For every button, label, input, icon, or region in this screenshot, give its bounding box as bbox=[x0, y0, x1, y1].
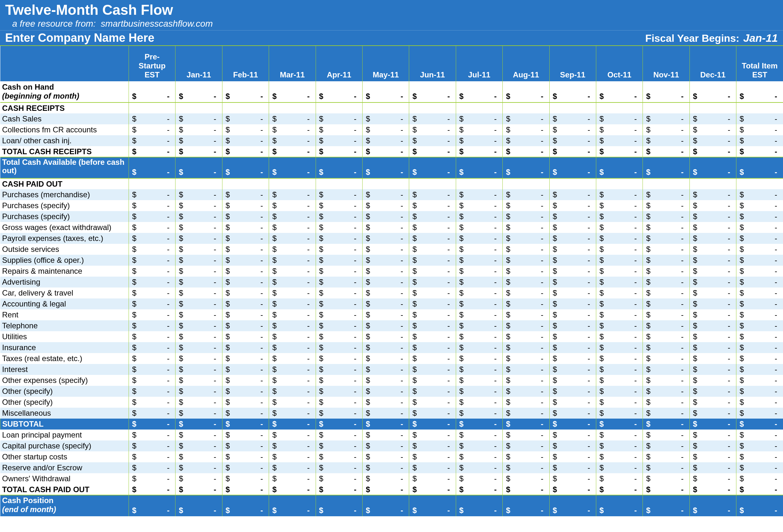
data-cell[interactable]: $- bbox=[456, 397, 502, 408]
data-cell[interactable]: $- bbox=[596, 419, 643, 430]
data-cell[interactable]: $- bbox=[503, 298, 549, 309]
data-cell[interactable]: $- bbox=[222, 353, 269, 364]
data-cell[interactable]: $- bbox=[643, 211, 689, 222]
data-cell[interactable]: $- bbox=[549, 211, 596, 222]
data-cell[interactable]: $- bbox=[409, 135, 456, 146]
data-cell[interactable]: $- bbox=[689, 276, 736, 288]
data-cell[interactable]: $- bbox=[269, 331, 316, 342]
data-cell[interactable]: $- bbox=[176, 364, 222, 375]
data-cell[interactable]: $- bbox=[737, 309, 783, 320]
data-cell[interactable]: $- bbox=[362, 222, 409, 233]
data-cell[interactable]: $- bbox=[409, 124, 456, 135]
data-cell[interactable]: $- bbox=[737, 135, 783, 146]
data-cell[interactable]: $- bbox=[222, 440, 269, 452]
data-cell[interactable]: $- bbox=[316, 462, 362, 473]
data-cell[interactable]: $- bbox=[689, 452, 736, 462]
data-cell[interactable]: $- bbox=[689, 309, 736, 320]
data-cell[interactable]: $- bbox=[689, 288, 736, 298]
data-cell[interactable]: $- bbox=[503, 233, 549, 244]
data-cell[interactable]: $- bbox=[456, 342, 502, 353]
data-cell[interactable]: $- bbox=[549, 375, 596, 386]
data-cell[interactable]: $- bbox=[689, 244, 736, 255]
data-cell[interactable]: $- bbox=[456, 419, 502, 430]
data-cell[interactable]: $- bbox=[269, 276, 316, 288]
data-cell[interactable]: $- bbox=[316, 320, 362, 331]
data-cell[interactable]: $- bbox=[129, 452, 176, 462]
data-cell[interactable]: $- bbox=[409, 462, 456, 473]
data-cell[interactable]: $- bbox=[456, 353, 502, 364]
data-cell[interactable]: $- bbox=[409, 266, 456, 276]
data-cell[interactable]: $- bbox=[176, 189, 222, 200]
data-cell[interactable]: $- bbox=[737, 462, 783, 473]
data-cell[interactable]: $- bbox=[456, 233, 502, 244]
data-cell[interactable]: $- bbox=[409, 288, 456, 298]
data-cell[interactable]: $- bbox=[269, 298, 316, 309]
data-cell[interactable]: $- bbox=[737, 276, 783, 288]
data-cell[interactable]: $- bbox=[129, 364, 176, 375]
data-cell[interactable]: $- bbox=[456, 462, 502, 473]
data-cell[interactable]: $- bbox=[176, 266, 222, 276]
data-cell[interactable]: $- bbox=[269, 200, 316, 211]
data-cell[interactable]: $- bbox=[316, 397, 362, 408]
data-cell[interactable]: $- bbox=[643, 452, 689, 462]
data-cell[interactable]: $- bbox=[129, 440, 176, 452]
data-cell[interactable]: $- bbox=[737, 233, 783, 244]
data-cell[interactable]: $- bbox=[549, 320, 596, 331]
data-cell[interactable]: $- bbox=[456, 298, 502, 309]
data-cell[interactable]: $- bbox=[176, 440, 222, 452]
data-cell[interactable]: $- bbox=[737, 288, 783, 298]
data-cell[interactable]: $- bbox=[269, 440, 316, 452]
data-cell[interactable]: $- bbox=[129, 200, 176, 211]
data-cell[interactable]: $- bbox=[362, 364, 409, 375]
data-cell[interactable]: $- bbox=[269, 135, 316, 146]
data-cell[interactable]: $- bbox=[409, 222, 456, 233]
data-cell[interactable]: $- bbox=[269, 309, 316, 320]
data-cell[interactable]: $- bbox=[222, 419, 269, 430]
data-cell[interactable]: $- bbox=[549, 189, 596, 200]
data-cell[interactable]: $- bbox=[643, 364, 689, 375]
data-cell[interactable]: $- bbox=[409, 452, 456, 462]
data-cell[interactable]: $- bbox=[596, 146, 643, 157]
data-cell[interactable]: $- bbox=[176, 135, 222, 146]
data-cell[interactable]: $- bbox=[362, 288, 409, 298]
data-cell[interactable]: $- bbox=[176, 452, 222, 462]
data-cell[interactable]: $- bbox=[689, 462, 736, 473]
data-cell[interactable]: $- bbox=[503, 288, 549, 298]
data-cell[interactable]: $- bbox=[409, 375, 456, 386]
data-cell[interactable]: $- bbox=[503, 386, 549, 397]
data-cell[interactable]: $- bbox=[269, 408, 316, 419]
data-cell[interactable]: $- bbox=[129, 430, 176, 440]
data-cell[interactable]: $- bbox=[503, 113, 549, 124]
data-cell[interactable]: $- bbox=[129, 211, 176, 222]
data-cell[interactable]: $- bbox=[596, 113, 643, 124]
data-cell[interactable]: $- bbox=[362, 462, 409, 473]
company-name-input[interactable]: Enter Company Name Here bbox=[5, 31, 154, 45]
data-cell[interactable]: $- bbox=[176, 397, 222, 408]
data-cell[interactable]: $- bbox=[456, 113, 502, 124]
data-cell[interactable]: $- bbox=[176, 298, 222, 309]
data-cell[interactable]: $- bbox=[409, 419, 456, 430]
data-cell[interactable]: $- bbox=[737, 320, 783, 331]
data-cell[interactable]: $- bbox=[549, 135, 596, 146]
data-cell[interactable]: $- bbox=[689, 353, 736, 364]
data-cell[interactable]: $- bbox=[409, 364, 456, 375]
data-cell[interactable]: $- bbox=[362, 473, 409, 484]
fiscal-year-value[interactable]: Jan-11 bbox=[743, 32, 778, 44]
data-cell[interactable]: $- bbox=[689, 211, 736, 222]
data-cell[interactable]: $- bbox=[409, 113, 456, 124]
data-cell[interactable]: $- bbox=[129, 189, 176, 200]
data-cell[interactable]: $- bbox=[596, 266, 643, 276]
data-cell[interactable]: $- bbox=[689, 200, 736, 211]
data-cell[interactable]: $- bbox=[643, 408, 689, 419]
data-cell[interactable]: $- bbox=[689, 298, 736, 309]
data-cell[interactable]: $- bbox=[643, 276, 689, 288]
data-cell[interactable]: $- bbox=[737, 408, 783, 419]
data-cell[interactable]: $- bbox=[503, 342, 549, 353]
data-cell[interactable]: $- bbox=[269, 320, 316, 331]
data-cell[interactable]: $- bbox=[596, 440, 643, 452]
data-cell[interactable]: $- bbox=[456, 255, 502, 266]
data-cell[interactable]: $- bbox=[503, 331, 549, 342]
data-cell[interactable]: $- bbox=[596, 222, 643, 233]
data-cell[interactable]: $- bbox=[503, 255, 549, 266]
data-cell[interactable]: $- bbox=[549, 430, 596, 440]
